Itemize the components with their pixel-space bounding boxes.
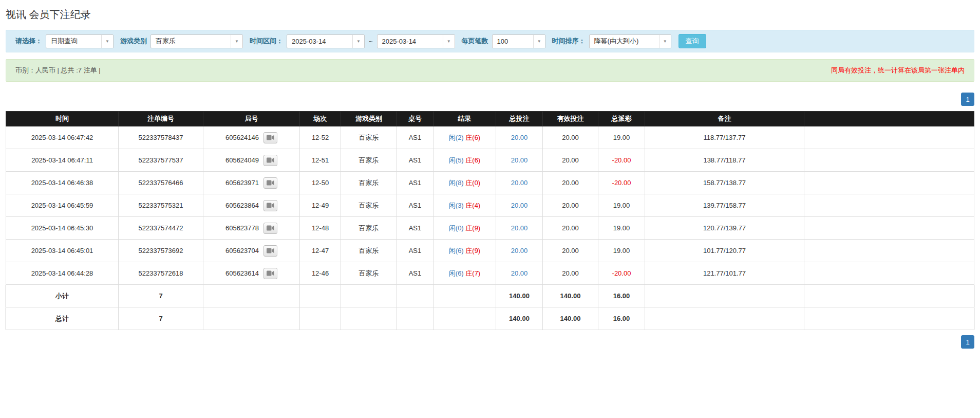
per-page-value: 100 [493, 35, 533, 48]
payout-value: 19.00 [613, 202, 630, 209]
per-page-label: 每页笔数 [462, 37, 488, 46]
cell-session: 12-51 [300, 149, 341, 172]
pagination-top: 1 [6, 93, 974, 106]
video-replay-button[interactable] [263, 223, 277, 234]
footer-empty-cell [434, 285, 496, 307]
video-replay-button[interactable] [263, 132, 277, 143]
cell-table-no: AS1 [397, 194, 434, 217]
round-number: 605623778 [225, 224, 259, 232]
cell-result: 闲(5) 庄(6) [434, 149, 496, 172]
chevron-down-icon[interactable]: ▼ [231, 35, 242, 48]
date-from-input[interactable]: 2025-03-14 ▼ [287, 34, 365, 48]
footer-empty-cell [397, 307, 434, 330]
cell-round-id: 605623614 [203, 262, 300, 285]
cell-bet-id: 522337573692 [119, 240, 203, 262]
cell-bet-id: 522337578437 [119, 126, 203, 149]
cell-table-no: AS1 [397, 217, 434, 240]
cell-valid-bet: 20.00 [543, 194, 598, 217]
sort-order-select[interactable]: 降冪(由大到小) ▼ [589, 34, 671, 48]
cell-valid-bet: 20.00 [543, 149, 598, 172]
cell-total-bet: 20.00 [496, 240, 543, 262]
page-1-button[interactable]: 1 [961, 335, 974, 349]
footer-label: 总计 [6, 307, 119, 330]
cell-round-id: 605623778 [203, 217, 300, 240]
cell-blank [804, 126, 974, 149]
cell-total-bet: 20.00 [496, 194, 543, 217]
game-type-label: 游戏类别 [120, 37, 147, 46]
filter-bar: 请选择： 日期查询 ▼ 游戏类别 百家乐 ▼ 时间区间： 2025-03-14 … [6, 30, 974, 52]
bet-record-row: 2025-03-14 06:47:42 522337578437 6056241… [6, 126, 974, 149]
payout-value: -20.00 [612, 269, 631, 277]
cell-note: 121.77/101.77 [645, 262, 804, 285]
cell-note: 158.77/138.77 [645, 172, 804, 194]
total-bet-link[interactable]: 20.00 [511, 247, 528, 255]
payout-value: 19.00 [613, 134, 630, 141]
column-header-time: 时间 [6, 112, 119, 126]
footer-count: 7 [119, 285, 203, 307]
video-replay-button[interactable] [263, 268, 277, 279]
footer-empty-cell [300, 285, 341, 307]
bet-record-row: 2025-03-14 06:47:11 522337577537 6056240… [6, 149, 974, 172]
result-banker: 庄(4) [465, 202, 480, 209]
total-bet-link[interactable]: 20.00 [511, 156, 528, 164]
cell-table-no: AS1 [397, 262, 434, 285]
chevron-down-icon[interactable]: ▼ [533, 35, 545, 48]
total-bet-link[interactable]: 20.00 [511, 179, 528, 187]
column-header-game-type: 游戏类别 [341, 112, 397, 126]
cell-note: 139.77/158.77 [645, 194, 804, 217]
video-replay-button[interactable] [263, 200, 277, 211]
footer-empty-cell [397, 285, 434, 307]
game-type-select[interactable]: 百家乐 ▼ [150, 34, 243, 48]
cell-blank [804, 240, 974, 262]
result-player: 闲(3) [449, 202, 464, 209]
cell-total-bet: 20.00 [496, 126, 543, 149]
cell-time: 2025-03-14 06:46:38 [6, 172, 119, 194]
chevron-down-icon[interactable]: ▼ [659, 35, 671, 48]
date-from-value: 2025-03-14 [287, 35, 352, 48]
footer-payout: 16.00 [598, 307, 645, 330]
result-banker: 庄(9) [465, 224, 480, 232]
chevron-down-icon[interactable]: ▼ [443, 35, 455, 48]
footer-empty-cell [203, 307, 300, 330]
cell-result: 闲(3) 庄(4) [434, 194, 496, 217]
footer-empty-cell [645, 285, 804, 307]
cell-round-id: 605623864 [203, 194, 300, 217]
cell-note: 120.77/139.77 [645, 217, 804, 240]
total-bet-link[interactable]: 20.00 [511, 224, 528, 232]
chevron-down-icon[interactable]: ▼ [101, 35, 113, 48]
total-bet-link[interactable]: 20.00 [511, 134, 528, 141]
cell-round-id: 605623704 [203, 240, 300, 262]
page: 视讯 会员下注纪录 请选择： 日期查询 ▼ 游戏类别 百家乐 ▼ 时间区间： 2… [0, 0, 980, 361]
cell-bet-id: 522337574472 [119, 217, 203, 240]
total-bet-link[interactable]: 20.00 [511, 202, 528, 209]
video-camera-icon [267, 270, 274, 276]
footer-total-bet: 140.00 [496, 307, 543, 330]
cell-payout: 19.00 [598, 217, 645, 240]
video-replay-button[interactable] [263, 177, 277, 189]
query-type-select[interactable]: 日期查询 ▼ [46, 34, 114, 48]
page-1-button[interactable]: 1 [961, 93, 974, 106]
video-replay-button[interactable] [263, 245, 277, 257]
video-replay-button[interactable] [263, 155, 277, 166]
footer-empty-cell [300, 307, 341, 330]
cell-payout: 19.00 [598, 240, 645, 262]
cell-session: 12-46 [300, 262, 341, 285]
query-button[interactable]: 查询 [679, 34, 706, 48]
date-to-input[interactable]: 2025-03-14 ▼ [377, 34, 455, 48]
payout-value: 19.00 [613, 247, 630, 255]
cell-blank [804, 149, 974, 172]
sort-order-label: 时间排序： [552, 37, 586, 46]
chevron-down-icon[interactable]: ▼ [352, 35, 364, 48]
footer-empty-cell [804, 307, 974, 330]
cell-session: 12-52 [300, 126, 341, 149]
total-bet-link[interactable]: 20.00 [511, 269, 528, 277]
column-header-valid-bet: 有效投注 [543, 112, 598, 126]
table-header-row: 时间注单编号局号场次游戏类别桌号结果总投注有效投注总派彩备注 [6, 112, 974, 126]
cell-session: 12-48 [300, 217, 341, 240]
column-header-session: 场次 [300, 112, 341, 126]
per-page-select[interactable]: 100 ▼ [492, 34, 545, 48]
round-number: 605623704 [225, 247, 259, 255]
footer-valid-bet: 140.00 [543, 285, 598, 307]
cell-time: 2025-03-14 06:45:59 [6, 194, 119, 217]
cell-bet-id: 522337576466 [119, 172, 203, 194]
